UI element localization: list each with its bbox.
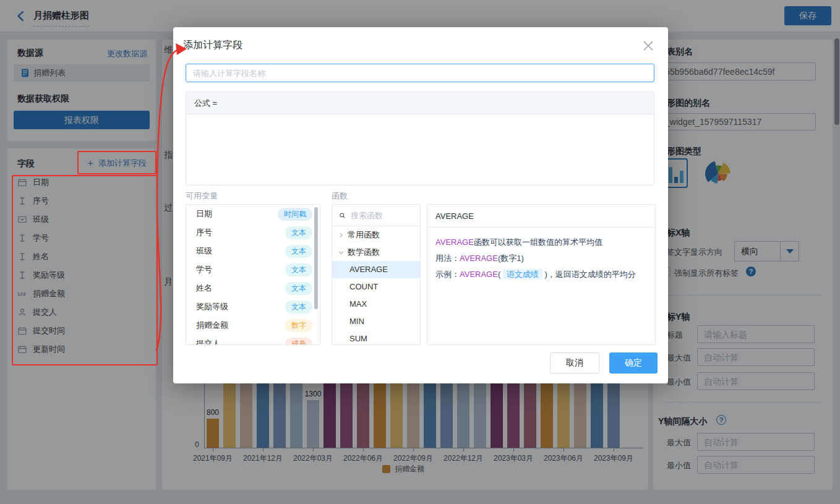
calc-field-name-input[interactable] [186,64,654,82]
function-item[interactable]: MAX [332,296,420,313]
chevron-right-icon [338,233,344,238]
variables-title: 可用变量 [186,190,218,202]
variable-type-badge: 文本 [285,282,312,295]
variable-item[interactable]: 序号文本 [186,223,320,242]
functions-title: 函数 [332,190,348,202]
function-item[interactable]: SUM [332,330,420,345]
variable-type-badge: 数字 [285,319,312,332]
variable-item[interactable]: 日期时间戳 [186,205,320,223]
function-group[interactable]: 常用函数 [332,226,420,244]
search-icon [338,213,346,218]
variable-item[interactable]: 提交人成员 [186,335,320,345]
function-description: AVERAGE函数可以获取一组数值的算术平均值 [435,234,647,250]
variables-list: 日期时间戳序号文本班级文本学号文本姓名文本奖励等级文本捐赠金额数字提交人成员 [186,204,320,345]
variable-name: 奖励等级 [196,301,228,312]
variable-type-badge: 文本 [285,263,312,276]
close-icon[interactable] [642,40,654,52]
function-tree: 常用函数数学函数AVERAGECOUNTMAXMINSUM [332,226,420,345]
variable-name: 学号 [196,264,212,275]
chevron-down-icon [338,250,344,255]
variable-type-badge: 文本 [285,301,312,314]
variable-item[interactable]: 姓名文本 [186,279,320,297]
function-search[interactable] [332,205,420,226]
function-usage: 用法：AVERAGE(数字1) [435,250,647,267]
dialog-title: 添加计算字段 [183,39,242,52]
formula-editor[interactable]: 公式 = [186,92,654,186]
variable-name: 捐赠金额 [196,320,228,331]
variable-name: 序号 [196,227,212,238]
variable-type-badge: 时间戳 [278,208,312,221]
confirm-button[interactable]: 确定 [609,352,658,374]
variable-type-badge: 文本 [285,245,312,258]
variable-name: 班级 [196,246,212,257]
variable-name: 日期 [196,208,212,220]
function-search-input[interactable] [351,211,406,220]
function-item[interactable]: AVERAGE [332,261,420,278]
cancel-button[interactable]: 取消 [550,352,599,374]
functions-list: 常用函数数学函数AVERAGECOUNTMAXMINSUM [332,204,421,345]
variable-type-badge: 成员 [285,338,312,346]
variable-name: 提交人 [196,338,220,345]
function-example: 示例：AVERAGE( 语文成绩 )，返回语文成绩的平均分 [435,267,647,283]
add-calc-field-dialog: 添加计算字段 公式 = 可用变量 函数 日期时间戳序号文本班级文本学号文本姓名文… [173,27,668,383]
variables-scrollbar[interactable] [314,207,318,309]
function-item[interactable]: MIN [332,313,420,330]
function-detail: AVERAGE AVERAGE函数可以获取一组数值的算术平均值 用法：AVERA… [427,204,656,345]
variable-item[interactable]: 班级文本 [186,242,320,260]
function-group-label: 常用函数 [348,229,380,241]
function-detail-header: AVERAGE [427,205,655,228]
variable-item[interactable]: 奖励等级文本 [186,297,320,316]
function-group[interactable]: 数学函数 [332,244,420,261]
formula-label: 公式 = [186,92,654,114]
app-window: 月捐赠柱形图 保存 数据源 更改数据源 捐赠列表 数据获取权限 报表权限 字段 … [0,0,840,504]
variable-type-badge: 文本 [285,226,312,239]
function-item[interactable]: COUNT [332,278,420,296]
function-group-label: 数学函数 [348,247,380,258]
variable-item[interactable]: 学号文本 [186,260,320,279]
variable-item[interactable]: 捐赠金额数字 [186,316,320,335]
variable-name: 姓名 [196,283,212,294]
